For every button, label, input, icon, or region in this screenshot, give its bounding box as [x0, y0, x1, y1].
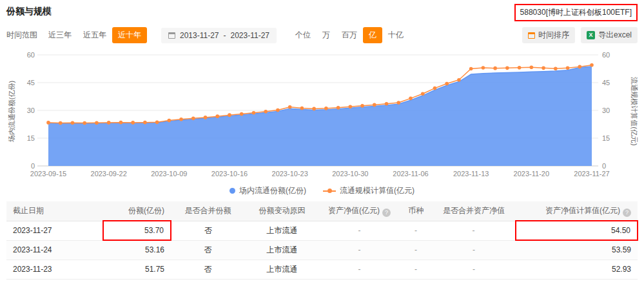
range-button-5y[interactable]: 近五年 — [77, 27, 112, 43]
col-header-merged-nav: 是否合并资产净值 — [432, 201, 516, 221]
svg-text:2023-11-13: 2023-11-13 — [453, 170, 489, 178]
legend-item-share[interactable]: 场内流通份额(亿份) — [229, 185, 306, 196]
cell-merged-nav: - — [432, 221, 516, 240]
svg-text:60: 60 — [27, 51, 35, 59]
page-title: 份额与规模 — [6, 4, 52, 17]
svg-text:60: 60 — [602, 51, 610, 59]
date-range-end: 2023-11-27 — [231, 31, 270, 40]
unit-button-million[interactable]: 百万 — [336, 27, 363, 43]
cell-change-reason: 上市流通 — [245, 260, 319, 279]
time-sort-icon — [528, 32, 535, 39]
col-header-nav: 资产净值(亿元)? — [319, 201, 400, 221]
col-header-date: 截止日期 — [6, 201, 103, 221]
table-row: 2023-11-24 53.16 否 上市流通 - - - 53.59 — [6, 240, 638, 260]
cell-date: 2023-11-24 — [6, 240, 103, 260]
cell-date: 2023-11-27 — [6, 221, 103, 240]
help-icon[interactable]: ? — [623, 209, 631, 217]
cell-merged-share: 否 — [171, 240, 245, 260]
cell-merged-share: 否 — [171, 221, 245, 240]
svg-text:30: 30 — [27, 107, 35, 114]
date-range-picker[interactable]: 2013-11-27 - 2023-11-27 — [161, 28, 277, 43]
svg-text:2023-10-09: 2023-10-09 — [151, 170, 187, 178]
help-icon[interactable]: ? — [382, 209, 391, 217]
table-row: 2023-11-23 51.75 否 上市流通 - - - 52.93 — [6, 260, 638, 279]
cell-nav: - — [319, 221, 400, 240]
unit-button-ones[interactable]: 个位 — [289, 27, 317, 43]
cell-nav-calc: 52.93 — [516, 260, 638, 279]
col-header-share: 份额(亿份) — [103, 201, 171, 221]
cell-nav-calc: 53.59 — [516, 240, 638, 260]
range-button-3y[interactable]: 近三年 — [43, 27, 77, 43]
svg-text:2023-11-20: 2023-11-20 — [514, 170, 549, 178]
calendar-icon — [168, 32, 175, 39]
time-sort-label: 时间排序 — [538, 30, 569, 41]
range-button-10y[interactable]: 近十年 — [112, 27, 147, 43]
col-header-nav-calc: 资产净值计算值(亿元)? — [516, 201, 638, 221]
col-header-change-reason: 份额变动原因 — [245, 201, 319, 221]
fund-code-highlight: 588030[博时上证科创板100ETF] — [514, 4, 638, 21]
cell-merged-nav: - — [432, 260, 516, 279]
unit-button-billion[interactable]: 十亿 — [382, 27, 409, 43]
excel-icon: X — [587, 31, 595, 39]
cell-share: 53.16 — [103, 240, 171, 260]
share-history-table: 截止日期 份额(亿份) 是否合并份额 份额变动原因 资产净值(亿元)? 币种 是… — [6, 201, 638, 280]
toolbar-right: 时间排序 X 导出excel — [522, 27, 638, 43]
svg-text:0: 0 — [602, 162, 606, 170]
legend-scale-label: 流通规模计算值(亿元) — [340, 185, 415, 196]
cell-change-reason: 上市流通 — [245, 240, 319, 260]
export-excel-label: 导出excel — [598, 30, 632, 41]
cell-merged-nav: - — [432, 240, 516, 260]
cell-merged-share: 否 — [171, 260, 245, 279]
legend-item-scale[interactable]: 流通规模计算值(亿元) — [323, 185, 415, 196]
cell-nav-calc-highlighted: 54.50 — [516, 221, 638, 240]
table-header-row: 截止日期 份额(亿份) 是否合并份额 份额变动原因 资产净值(亿元)? 币种 是… — [6, 201, 638, 221]
time-sort-button[interactable]: 时间排序 — [522, 27, 575, 43]
time-range-label: 时间范围 — [6, 30, 37, 41]
svg-text:30: 30 — [602, 107, 610, 114]
cell-nav: - — [319, 260, 400, 279]
cell-currency: - — [400, 221, 432, 240]
svg-text:2023-10-30: 2023-10-30 — [332, 170, 368, 178]
svg-text:2023-10-16: 2023-10-16 — [211, 170, 248, 178]
header: 份额与规模 588030[博时上证科创板100ETF] — [0, 0, 644, 21]
svg-text:0: 0 — [31, 162, 35, 170]
share-scale-chart: 0015153030454560602023-09-152023-09-2220… — [0, 47, 644, 183]
table-row: 2023-11-27 53.70 否 上市流通 - - - 54.50 — [6, 221, 638, 240]
cell-nav: - — [319, 240, 400, 260]
cell-share: 51.75 — [103, 260, 171, 279]
svg-text:15: 15 — [27, 134, 35, 142]
col-header-merged-share: 是否合并份额 — [171, 201, 245, 221]
svg-text:2023-11-06: 2023-11-06 — [393, 170, 428, 178]
export-excel-button[interactable]: X 导出excel — [581, 27, 638, 43]
fund-share-scale-page: { "colors": { "accent_orange": "#ff8400"… — [0, 0, 644, 286]
unit-switcher: 个位 万 百万 亿 十亿 — [289, 27, 409, 43]
cell-share-highlighted: 53.70 — [103, 221, 171, 240]
chart-legend: 场内流通份额(亿份) 流通规模计算值(亿元) — [0, 185, 644, 196]
blue-dot-icon — [229, 188, 235, 194]
date-range-separator: - — [224, 31, 226, 40]
cell-change-reason: 上市流通 — [245, 221, 319, 240]
orange-line-icon — [323, 190, 336, 192]
col-header-currency: 币种 — [400, 201, 432, 221]
cell-currency: - — [400, 240, 432, 260]
svg-text:2023-09-22: 2023-09-22 — [91, 170, 127, 178]
legend-share-label: 场内流通份额(亿份) — [239, 185, 306, 196]
svg-text:2023-10-23: 2023-10-23 — [272, 170, 308, 178]
svg-text:15: 15 — [602, 134, 610, 142]
svg-text:2023-11-27: 2023-11-27 — [574, 170, 609, 178]
cell-currency: - — [400, 260, 432, 279]
filter-bar: 时间范围 近三年 近五年 近十年 2013-11-27 - 2023-11-27… — [0, 21, 644, 46]
cell-date: 2023-11-23 — [6, 260, 103, 279]
date-range-start: 2013-11-27 — [180, 31, 219, 40]
unit-button-wan[interactable]: 万 — [317, 27, 336, 43]
svg-text:45: 45 — [602, 79, 610, 87]
unit-button-yi[interactable]: 亿 — [363, 27, 382, 43]
svg-text:2023-09-15: 2023-09-15 — [30, 170, 66, 178]
svg-text:45: 45 — [27, 79, 35, 87]
chart-section: 场内流通份额(亿份) 流通规模计算值(亿元) 00151530304545606… — [0, 47, 644, 196]
